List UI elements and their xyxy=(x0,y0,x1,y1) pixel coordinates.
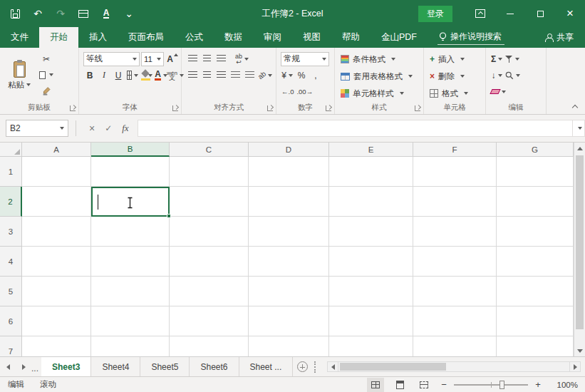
ribbon-tab-4[interactable]: 数据 xyxy=(214,27,253,48)
italic-button[interactable]: I xyxy=(98,68,110,83)
cell-F2[interactable] xyxy=(413,187,497,217)
clear-button[interactable] xyxy=(490,85,507,99)
cell-G7[interactable] xyxy=(497,336,574,356)
horizontal-scroll-thumb[interactable] xyxy=(340,363,446,371)
customize-view-button[interactable] xyxy=(77,7,90,20)
column-header-E[interactable]: E xyxy=(329,143,413,157)
page-layout-view-button[interactable] xyxy=(391,378,408,392)
hscroll-left-button[interactable] xyxy=(327,361,338,372)
hscroll-track[interactable] xyxy=(338,361,569,372)
cell-B6[interactable] xyxy=(91,306,170,336)
clipboard-dialog-launcher-icon[interactable] xyxy=(70,105,76,111)
zoom-slider[interactable] xyxy=(454,384,528,386)
font-size-select[interactable]: 11 xyxy=(141,52,164,66)
close-button[interactable]: × xyxy=(555,0,585,27)
ribbon-tab-0[interactable]: 开始 xyxy=(39,27,78,48)
font-style-button[interactable]: A xyxy=(100,7,113,20)
ribbon-tab-5[interactable]: 审阅 xyxy=(253,27,292,48)
normal-view-button[interactable] xyxy=(367,378,384,392)
cell-A6[interactable] xyxy=(22,306,91,336)
cell-D6[interactable] xyxy=(249,306,329,336)
paste-button[interactable]: 粘贴 xyxy=(4,51,34,98)
row-header-5[interactable]: 5 xyxy=(0,277,22,306)
find-select-button[interactable] xyxy=(504,68,521,83)
cell-F1[interactable] xyxy=(413,157,497,187)
align-top-button[interactable] xyxy=(186,52,199,66)
sheet-nav-more[interactable]: ... xyxy=(31,357,41,376)
wrap-text-button[interactable]: ab↩ xyxy=(234,52,249,66)
cell-B5[interactable] xyxy=(91,277,170,306)
row-header-7[interactable]: 7 xyxy=(0,336,22,356)
zoom-level[interactable]: 100% xyxy=(549,381,578,389)
copy-button[interactable] xyxy=(38,68,54,82)
column-header-F[interactable]: F xyxy=(413,143,497,157)
column-header-C[interactable]: C xyxy=(170,143,249,157)
column-header-G[interactable]: G xyxy=(497,143,574,157)
tab-file[interactable]: 文件 xyxy=(0,27,39,48)
tab-scroll-splitter[interactable] xyxy=(314,361,320,373)
vertical-scrollbar[interactable] xyxy=(574,143,585,356)
align-bottom-button[interactable] xyxy=(214,52,227,66)
sheet-tab-7[interactable]: Sheet ... xyxy=(239,357,294,376)
zoom-slider-thumb[interactable] xyxy=(499,381,504,389)
format-painter-button[interactable] xyxy=(38,83,54,98)
cell-G2[interactable] xyxy=(497,187,574,217)
increase-indent-button[interactable] xyxy=(243,68,256,83)
scroll-up-button[interactable] xyxy=(574,143,585,154)
cell-F7[interactable] xyxy=(413,336,497,356)
fill-handle[interactable] xyxy=(167,214,171,218)
row-header-1[interactable]: 1 xyxy=(0,157,22,187)
cell-F3[interactable] xyxy=(413,217,497,247)
cell-A1[interactable] xyxy=(22,157,91,187)
number-dialog-launcher-icon[interactable] xyxy=(326,105,331,111)
formula-input[interactable] xyxy=(138,120,572,137)
cell-D7[interactable] xyxy=(249,336,329,356)
cell-C4[interactable] xyxy=(170,247,249,277)
cell-G3[interactable] xyxy=(497,217,574,247)
cell-G1[interactable] xyxy=(497,157,574,187)
cell-A2[interactable] xyxy=(22,187,91,217)
column-header-A[interactable]: A xyxy=(22,143,91,157)
cell-D3[interactable] xyxy=(249,217,329,247)
vertical-scroll-thumb[interactable] xyxy=(576,155,584,329)
share-button[interactable]: 共享 xyxy=(533,27,585,48)
ribbon-tab-3[interactable]: 公式 xyxy=(175,27,214,48)
cell-G5[interactable] xyxy=(497,277,574,306)
save-button[interactable] xyxy=(9,7,21,20)
maximize-button[interactable] xyxy=(525,0,555,27)
expand-formula-bar-button[interactable] xyxy=(572,120,585,137)
decrease-decimal-button[interactable]: .00→ xyxy=(296,85,314,99)
cell-D1[interactable] xyxy=(249,157,329,187)
font-dialog-launcher-icon[interactable] xyxy=(172,105,178,111)
zoom-in-button[interactable]: + xyxy=(534,379,542,390)
row-header-6[interactable]: 6 xyxy=(0,306,22,336)
phonetic-guide-button[interactable]: wén文 xyxy=(169,68,182,83)
ribbon-tab-6[interactable]: 视图 xyxy=(292,27,331,48)
cell-B7[interactable] xyxy=(91,336,170,356)
cell-E6[interactable] xyxy=(329,306,413,336)
styles-dialog-launcher-icon[interactable] xyxy=(415,105,420,111)
cell-D5[interactable] xyxy=(249,277,329,306)
insert-cells-button[interactable]: + 插入 xyxy=(428,51,482,68)
cell-B3[interactable] xyxy=(91,217,170,247)
row-header-2[interactable]: 2 xyxy=(0,187,22,217)
row-header-3[interactable]: 3 xyxy=(0,217,22,247)
scroll-down-button[interactable] xyxy=(574,345,585,356)
bold-button[interactable]: B xyxy=(83,68,96,83)
cell-C7[interactable] xyxy=(170,336,249,356)
insert-function-button[interactable]: fx xyxy=(122,123,128,134)
select-all-button[interactable] xyxy=(0,143,22,157)
percent-style-button[interactable]: % xyxy=(295,68,308,83)
font-color-button[interactable]: A xyxy=(155,68,167,83)
zoom-out-button[interactable]: − xyxy=(440,379,448,390)
column-header-B[interactable]: B xyxy=(91,143,170,157)
row-header-4[interactable]: 4 xyxy=(0,247,22,277)
alignment-dialog-launcher-icon[interactable] xyxy=(267,105,273,111)
ribbon-tab-1[interactable]: 插入 xyxy=(78,27,118,48)
cell-G6[interactable] xyxy=(497,306,574,336)
collapse-ribbon-button[interactable] xyxy=(572,104,578,110)
conditional-formatting-button[interactable]: 条件格式 xyxy=(339,51,420,68)
sheet-tab-3[interactable]: Sheet3 xyxy=(41,357,91,376)
cell-A5[interactable] xyxy=(22,277,91,306)
cell-B4[interactable] xyxy=(91,247,170,277)
